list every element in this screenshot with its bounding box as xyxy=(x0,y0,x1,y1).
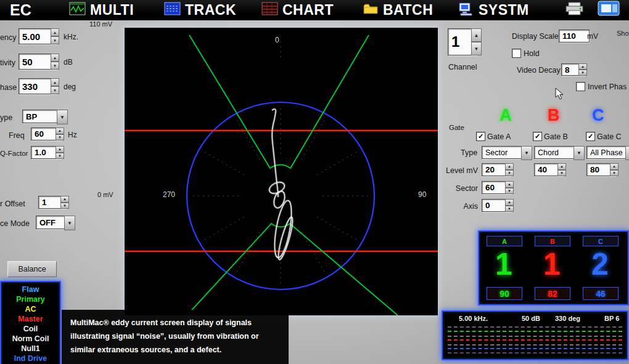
display-scale-field[interactable]: 110 xyxy=(559,30,590,42)
spin-up-icon[interactable]: ▲ xyxy=(505,199,514,206)
gate-c-checkbox-label: Gate C xyxy=(597,132,622,141)
track-button-label: TRACK xyxy=(185,2,236,18)
list-item-flaw[interactable]: Flaw xyxy=(1,285,60,294)
spin-up-icon[interactable]: ▲ xyxy=(505,181,514,188)
scope-angle-left-label: 270 xyxy=(163,190,175,199)
spin-down-icon[interactable]: ▼ xyxy=(505,188,514,195)
dropdown-arrow-icon[interactable]: ▼ xyxy=(574,146,585,160)
gate-c-checkbox[interactable]: ✓ xyxy=(586,132,595,141)
spin-up-icon[interactable]: ▲ xyxy=(51,28,59,36)
scope-scale-zero-label: 0 mV xyxy=(97,191,113,198)
caption-overlay: MultiMac® eddy current screen display of… xyxy=(62,310,289,364)
gate-b-type-select[interactable]: Chord xyxy=(534,146,580,159)
list-item-coil[interactable]: Coil xyxy=(1,324,60,334)
spin-down-icon[interactable]: ▼ xyxy=(56,153,64,160)
indicator-c-footer: 46 xyxy=(583,287,619,300)
strip-trace-gray xyxy=(448,336,622,337)
print-button[interactable] xyxy=(565,1,584,20)
strip-trace-red xyxy=(448,339,622,341)
show-label-truncated: Sho xyxy=(617,30,629,37)
gate-c-type-select[interactable]: All Phase xyxy=(586,146,629,159)
spin-down-icon[interactable]: ▼ xyxy=(505,206,514,212)
hold-checkbox[interactable] xyxy=(512,49,521,58)
frequency-label: ency xyxy=(0,33,16,42)
spin-down-icon[interactable]: ▼ xyxy=(557,170,566,177)
spin-down-icon[interactable]: ▼ xyxy=(51,36,59,44)
spin-up-icon[interactable]: ▲ xyxy=(557,163,566,170)
spin-up-icon[interactable]: ▲ xyxy=(505,163,514,170)
list-item-master[interactable]: Master xyxy=(1,314,60,324)
invert-phase-checkbox[interactable] xyxy=(576,82,585,91)
ec-mode-label: EC xyxy=(10,1,31,19)
checkmark-icon: ✓ xyxy=(588,132,593,140)
spin-up-icon[interactable]: ▲ xyxy=(471,28,482,42)
gate-a-type-select[interactable]: Sector xyxy=(482,146,527,159)
gate-group-label: Gate xyxy=(449,124,464,131)
track-button[interactable]: TRACK xyxy=(164,1,236,20)
chart-button[interactable]: CHART xyxy=(261,1,334,20)
filter-freq-unit: Hz xyxy=(68,131,77,139)
dropdown-arrow-icon[interactable]: ▼ xyxy=(625,146,629,160)
dropdown-arrow-icon[interactable]: ▼ xyxy=(57,110,68,124)
channel-label: Channel xyxy=(448,63,477,71)
gate-c-letter: C xyxy=(592,106,604,125)
checkmark-icon: ✓ xyxy=(478,132,483,140)
list-item-primary[interactable]: Primary xyxy=(1,294,60,304)
spin-up-icon[interactable]: ▲ xyxy=(610,163,619,170)
gate-a-level-spinner: ▲▼ xyxy=(505,163,514,176)
list-item-ind-drive[interactable]: Ind Drive xyxy=(1,354,60,363)
strip-gain-label: 50 dB xyxy=(522,315,540,322)
spin-down-icon[interactable]: ▼ xyxy=(471,42,482,55)
spin-up-icon[interactable]: ▲ xyxy=(578,63,587,70)
list-item-norm-coil[interactable]: Norm Coil xyxy=(1,334,60,344)
gate-c-level-spinner: ▲▼ xyxy=(610,163,619,176)
channel-spinner: ▲ ▼ xyxy=(471,28,482,55)
spin-down-icon[interactable]: ▼ xyxy=(60,203,69,209)
filter-freq-label: Freq xyxy=(9,131,25,140)
phase-unit: deg xyxy=(64,83,76,91)
dropdown-arrow-icon[interactable]: ▼ xyxy=(521,146,532,160)
gate-b-checkbox[interactable]: ✓ xyxy=(533,132,542,141)
spin-down-icon[interactable]: ▼ xyxy=(51,62,59,70)
spin-down-icon[interactable]: ▼ xyxy=(56,134,64,141)
printer-icon xyxy=(565,1,584,20)
spin-down-icon[interactable]: ▼ xyxy=(578,70,587,76)
strip-trace-green xyxy=(448,331,622,332)
systm-button[interactable]: SYSTM xyxy=(458,1,529,20)
batch-button[interactable]: BATCH xyxy=(363,1,433,20)
indicator-b-header: B xyxy=(535,236,570,246)
mode-label: ce Mode xyxy=(0,219,30,228)
app-window-button[interactable] xyxy=(597,1,622,20)
chart-grid-icon xyxy=(261,1,278,20)
list-item-ac[interactable]: AC xyxy=(1,304,60,314)
spin-down-icon[interactable]: ▼ xyxy=(505,170,514,177)
video-decay-label: Video Decay xyxy=(517,66,561,75)
gate-axis-spinner: ▲▼ xyxy=(505,199,514,212)
frequency-spinner: ▲▼ xyxy=(51,28,59,44)
spin-down-icon[interactable]: ▼ xyxy=(51,86,59,94)
sensitivity-label: tivity xyxy=(0,59,15,67)
batch-button-label: BATCH xyxy=(383,2,433,18)
spin-up-icon[interactable]: ▲ xyxy=(56,146,64,153)
spin-up-icon[interactable]: ▲ xyxy=(60,196,69,203)
gate-a-checkbox[interactable]: ✓ xyxy=(476,132,485,141)
spin-up-icon[interactable]: ▲ xyxy=(51,54,59,62)
video-decay-spinner: ▲▼ xyxy=(578,63,587,76)
multi-button-label: MULTI xyxy=(90,2,134,18)
gate-b-checkbox-label: Gate B xyxy=(544,132,568,141)
balance-button[interactable]: Balance xyxy=(7,261,57,277)
scope-scale-top-label: 110 mV xyxy=(89,20,112,28)
strip-trace-blue xyxy=(448,348,622,349)
q-factor-label: Q-Factor xyxy=(0,150,28,157)
multi-button[interactable]: MULTI xyxy=(69,1,134,20)
strip-frequency-label: 5.00 kHz. xyxy=(459,315,488,322)
spin-down-icon[interactable]: ▼ xyxy=(610,170,619,177)
dropdown-arrow-icon[interactable]: ▼ xyxy=(64,216,75,230)
spin-up-icon[interactable]: ▲ xyxy=(51,78,59,86)
gate-b-letter: B xyxy=(548,106,560,125)
spin-up-icon[interactable]: ▲ xyxy=(56,127,64,134)
indicator-b-value: 1 xyxy=(535,249,569,280)
gate-sector-spinner: ▲▼ xyxy=(505,181,514,194)
list-item-null1[interactable]: Null1 xyxy=(1,344,60,354)
sensitivity-spinner: ▲▼ xyxy=(51,54,59,70)
